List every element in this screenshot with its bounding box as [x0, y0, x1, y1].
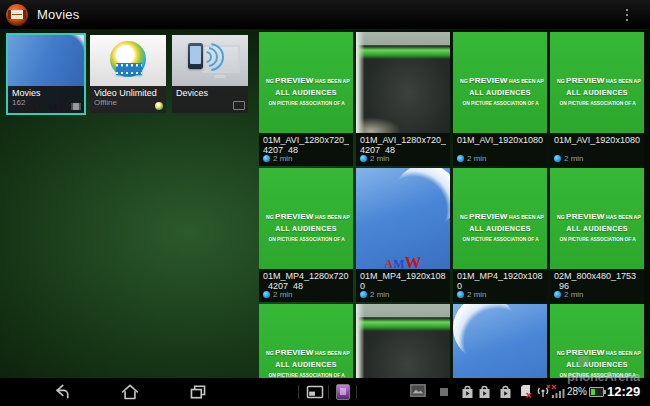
image-icon	[410, 384, 426, 397]
video-title: 01M_MP4_1920x1080	[457, 271, 543, 290]
video-unlimited-status: Offline	[94, 98, 162, 108]
card-movies[interactable]: EAMWO Movies 162	[8, 35, 84, 113]
dreamworks-letters: AMW	[356, 253, 450, 269]
video-caption: 02M_800x480_1753_962 min	[550, 269, 644, 302]
film-mini-icon	[71, 103, 81, 110]
small-apps-button[interactable]	[303, 381, 327, 403]
shop-bag-icon	[478, 385, 491, 399]
duration-icon	[263, 155, 270, 162]
video-tile[interactable]: NG PREVIEW HAS BEEN APALL AUDIENCESON PI…	[259, 168, 353, 302]
signal-indicator[interactable]	[551, 384, 565, 399]
mpaa-rating-text: NG PREVIEW HAS BEEN APALL AUDIENCESON PI…	[550, 304, 644, 378]
battery-icon[interactable]	[589, 387, 604, 397]
content-area: EAMWO Movies 162 Video Unlimited Offline	[0, 30, 650, 378]
video-caption: 01M_AVI_1920x10802 min	[550, 133, 644, 166]
status-cluster-sd-card[interactable]	[520, 384, 532, 399]
video-tile[interactable]: NG PREVIEW HAS BEEN APALL AUDIENCESON PI…	[550, 32, 644, 166]
video-tile[interactable]: 01M_AVI_1280x720_4207_482 min	[356, 32, 450, 166]
mpaa-preview-thumbnail: NG PREVIEW HAS BEEN APALL AUDIENCESON PI…	[550, 168, 644, 269]
navbar-divider	[356, 385, 357, 399]
video-tile[interactable]	[356, 304, 450, 378]
play-store-notification[interactable]	[461, 385, 474, 399]
mpaa-rating-text: NG PREVIEW HAS BEEN APALL AUDIENCESON PI…	[453, 168, 547, 269]
navbar-divider	[298, 385, 299, 399]
video-title: 01M_AVI_1920x1080	[554, 135, 640, 145]
video-tile[interactable]: W	[453, 304, 547, 378]
hotspot-icon	[535, 384, 551, 398]
video-duration: 2 min	[263, 290, 349, 299]
home-icon	[120, 383, 140, 401]
dark-frame-thumbnail	[356, 304, 450, 378]
play-store-notification[interactable]	[499, 385, 512, 399]
video-tile[interactable]: AMW01M_MP4_1920x10802 min	[356, 168, 450, 302]
navbar-divider	[328, 385, 329, 399]
duration-icon	[360, 155, 367, 162]
hotspot-indicator[interactable]	[535, 384, 551, 398]
video-tile[interactable]: NG PREVIEW HAS BEEN APALL AUDIENCESON PI…	[550, 168, 644, 302]
video-caption: 01M_AVI_1280x720_4207_482 min	[259, 133, 353, 166]
dark-frame-thumbnail	[356, 32, 450, 133]
orb-mini-icon	[155, 102, 163, 110]
video-tile[interactable]: NG PREVIEW HAS BEEN APALL AUDIENCESON PI…	[259, 304, 353, 378]
movies-app-icon[interactable]	[6, 4, 28, 26]
mpaa-preview-thumbnail: NG PREVIEW HAS BEEN APALL AUDIENCESON PI…	[453, 168, 547, 269]
shop-bag-icon	[499, 385, 512, 399]
no-signal-icon	[551, 384, 565, 399]
video-caption: 01M_AVI_1280x720_4207_482 min	[356, 133, 450, 166]
video-caption: 01M_MP4_1280x720_4207_482 min	[259, 269, 353, 302]
moon-graphic	[48, 35, 84, 69]
duration-icon	[360, 291, 367, 298]
moon-scene-thumbnail: AMW	[356, 168, 450, 269]
video-title: 01M_MP4_1920x1080	[360, 271, 446, 290]
shop-bag-icon	[461, 385, 474, 399]
video-duration: 2 min	[554, 154, 640, 163]
video-duration: 2 min	[457, 154, 543, 163]
phone-icon	[188, 43, 203, 69]
video-tile[interactable]: NG PREVIEW HAS BEEN APALL AUDIENCESON PI…	[259, 32, 353, 166]
home-button[interactable]	[118, 381, 142, 403]
mpaa-preview-thumbnail: NG PREVIEW HAS BEEN APALL AUDIENCESON PI…	[550, 304, 644, 378]
video-tile[interactable]: NG PREVIEW HAS BEEN APALL AUDIENCESON PI…	[453, 168, 547, 302]
movies-card-overlay: Movies 162	[8, 86, 84, 113]
back-icon	[52, 383, 72, 401]
duration-icon	[554, 155, 561, 162]
navigation-bar: 28% 12:29	[0, 378, 650, 406]
square-icon	[440, 388, 448, 396]
recent-apps-icon	[188, 383, 208, 401]
app-bar: Movies	[0, 0, 650, 30]
video-tile[interactable]: NG PREVIEW HAS BEEN APALL AUDIENCESON PI…	[453, 32, 547, 166]
page-title: Movies	[37, 7, 79, 22]
video-duration: 2 min	[554, 290, 640, 299]
play-store-notification[interactable]	[478, 385, 491, 399]
overflow-menu-icon[interactable]	[620, 5, 634, 25]
video-title: 01M_MP4_1280x720_4207_48	[263, 271, 349, 290]
video-unlimited-overlay: Video Unlimited Offline	[90, 86, 166, 113]
video-grid: NG PREVIEW HAS BEEN APALL AUDIENCESON PI…	[258, 32, 650, 378]
duration-icon	[457, 291, 464, 298]
card-devices[interactable]: Devices	[172, 35, 248, 113]
duration-icon	[554, 291, 561, 298]
video-duration: 2 min	[360, 154, 446, 163]
mpaa-preview-thumbnail: NG PREVIEW HAS BEEN APALL AUDIENCESON PI…	[259, 32, 353, 133]
duration-icon	[263, 291, 270, 298]
duration-icon	[457, 155, 464, 162]
battery-percent[interactable]: 28%	[567, 386, 587, 397]
clock[interactable]: 12:29	[607, 384, 640, 399]
video-title: 01M_AVI_1920x1080	[457, 135, 543, 145]
back-button[interactable]	[50, 381, 74, 403]
video-title: 01M_AVI_1280x720_4207_48	[263, 135, 349, 154]
crescent-moon-graphic	[453, 304, 517, 360]
video-title: 01M_AVI_1280x720_4207_48	[360, 135, 446, 154]
recent-apps-button[interactable]	[186, 381, 210, 403]
mpaa-preview-thumbnail: NG PREVIEW HAS BEEN APALL AUDIENCESON PI…	[550, 32, 644, 133]
small-app-shortcut[interactable]	[331, 381, 355, 403]
tablet-screen: Movies EAMWO Movies 162	[0, 0, 650, 406]
video-title: 02M_800x480_1753_96	[554, 271, 640, 290]
screenshot-notification[interactable]	[410, 384, 426, 397]
film-strip-graphic	[116, 63, 142, 75]
devices-overlay: Devices	[172, 86, 248, 113]
card-video-unlimited[interactable]: Video Unlimited Offline	[90, 35, 166, 113]
mpaa-rating-text: NG PREVIEW HAS BEEN APALL AUDIENCESON PI…	[453, 32, 547, 133]
video-tile[interactable]: NG PREVIEW HAS BEEN APALL AUDIENCESON PI…	[550, 304, 644, 378]
app-notification[interactable]	[440, 388, 448, 396]
